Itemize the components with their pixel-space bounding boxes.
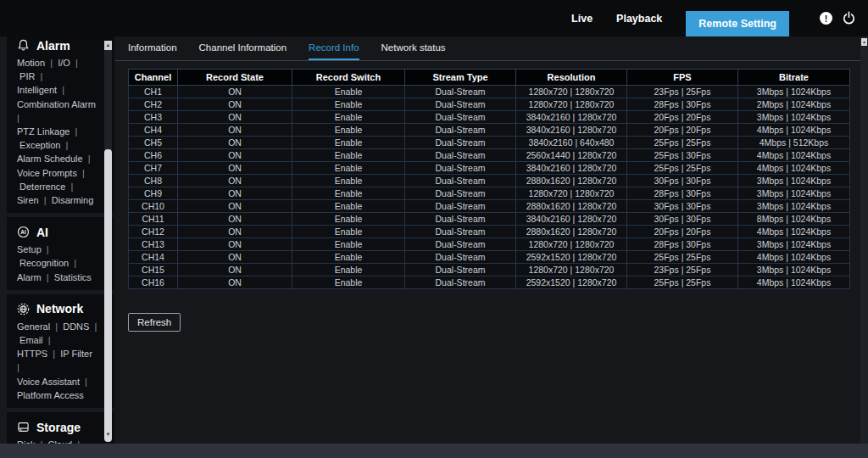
table-body: CH1ONEnableDual-Stream1280x720 | 1280x72… [129, 86, 850, 289]
refresh-button[interactable]: Refresh [128, 313, 181, 332]
sidebar-item-deterrence[interactable]: Deterrence [19, 182, 65, 192]
bitrate-cell: 3Mbps | 1024Kbps [738, 238, 850, 251]
section-title: Alarm [36, 39, 70, 53]
fps-cell: 28Fps | 30Fps [627, 187, 738, 200]
sidebar-item-email[interactable]: Email [19, 335, 43, 345]
network-icon [17, 303, 30, 316]
sidebar-item-voice-assistant[interactable]: Voice Assistant [17, 377, 80, 387]
scroll-up-icon[interactable]: ▲ [104, 41, 112, 50]
main-scrollbar[interactable]: ▲ [860, 36, 868, 444]
sidebar-item-voice-prompts[interactable]: Voice Prompts [17, 168, 77, 178]
fps-cell: 20Fps | 20Fps [627, 226, 738, 238]
bitrate-cell: 3Mbps | 1024Kbps [738, 111, 850, 124]
sidebar-item-alarm[interactable]: Alarm [17, 272, 42, 282]
sidebar-item-ip-filter[interactable]: IP Filter [60, 349, 92, 359]
table-row: CH6ONEnableDual-Stream2560x1440 | 1280x7… [129, 149, 850, 162]
sidebar-item-https[interactable]: HTTPS [17, 349, 47, 359]
record-switch-cell: Enable [292, 162, 405, 175]
topbar-icons: ! [820, 0, 868, 36]
separator: | [80, 377, 87, 387]
fps-cell: 25Fps | 25Fps [627, 137, 738, 149]
sidebar-item-ddns[interactable]: DDNS [63, 321, 89, 332]
record-switch-cell: Enable [292, 86, 405, 98]
sidebar-scrollbar-thumb[interactable] [104, 149, 112, 442]
record-state-cell: ON [178, 175, 292, 187]
stream-type-cell: Dual-Stream [405, 187, 516, 200]
sidebar-item-platform-access[interactable]: Platform Access [17, 390, 84, 400]
fps-cell: 25Fps | 25Fps [627, 251, 738, 264]
storage-icon [17, 421, 30, 433]
bitrate-cell: 4Mbps | 1024Kbps [738, 162, 850, 175]
power-icon[interactable] [842, 11, 856, 25]
section-header-alarm: Alarm [17, 38, 105, 53]
separator: | [50, 321, 63, 332]
record-switch-cell: Enable [292, 137, 405, 149]
nav-playback[interactable]: Playback [616, 13, 662, 25]
section-header-network: Network [17, 302, 105, 316]
sidebar-item-alarm-schedule[interactable]: Alarm Schedule [17, 154, 83, 164]
table-row: CH11ONEnableDual-Stream3840x2160 | 1280x… [129, 213, 850, 226]
alert-icon[interactable]: ! [820, 12, 832, 25]
stream-type-cell: Dual-Stream [405, 86, 516, 98]
scroll-up-icon[interactable]: ▲ [861, 38, 867, 46]
section-links: Setup | Recognition |Alarm | Statistics [17, 243, 105, 284]
column-header-record-state: Record State [178, 70, 292, 86]
record-switch-cell: Enable [292, 238, 405, 251]
sidebar-item-motion[interactable]: Motion [17, 58, 45, 68]
sidebar-item-ptz-linkage[interactable]: PTZ Linkage [17, 126, 70, 137]
channel-cell: CH2 [129, 98, 178, 111]
sidebar-item-i-o[interactable]: I/O [58, 58, 70, 68]
record-switch-cell: Enable [292, 213, 405, 226]
record-switch-cell: Enable [292, 226, 405, 238]
sidebar-item-pir[interactable]: PIR [19, 71, 35, 81]
table-row: CH3ONEnableDual-Stream3840x2160 | 1280x7… [129, 111, 850, 124]
resolution-cell: 1280x720 | 1280x720 [516, 98, 627, 111]
scroll-down-icon[interactable]: ▼ [104, 430, 112, 438]
bitrate-cell: 3Mbps | 1024Kbps [738, 200, 850, 213]
stream-type-cell: Dual-Stream [405, 200, 516, 213]
record-state-cell: ON [178, 187, 292, 200]
sidebar-scrollbar[interactable]: ▲ ▼ [104, 41, 112, 439]
tab-channel-information[interactable]: Channel Information [199, 36, 287, 60]
record-switch-cell: Enable [292, 187, 405, 200]
nav-live[interactable]: Live [571, 13, 593, 25]
record-state-cell: ON [178, 200, 292, 213]
sidebar-item-combination-alarm[interactable]: Combination Alarm [17, 99, 96, 109]
window-bottom-edge [0, 444, 868, 458]
tab-record-info[interactable]: Record Info [309, 36, 359, 60]
sidebar-item-setup[interactable]: Setup [17, 244, 42, 254]
section-title: Storage [36, 421, 81, 434]
sidebar-section-ai: AIAISetup | Recognition |Alarm | Statist… [7, 217, 114, 290]
table-header-row: ChannelRecord StateRecord SwitchStream T… [129, 70, 850, 86]
column-header-fps: FPS [627, 70, 738, 86]
fps-cell: 30Fps | 30Fps [627, 213, 738, 226]
stream-type-cell: Dual-Stream [405, 162, 516, 175]
bitrate-cell: 4Mbps | 1024Kbps [738, 149, 850, 162]
stream-type-cell: Dual-Stream [405, 124, 516, 137]
resolution-cell: 3840x2160 | 1280x720 [516, 213, 627, 226]
sidebar-sections: AlarmMotion | I/O | PIR |Intelligent |Co… [7, 36, 114, 444]
tab-network-status[interactable]: Network status [381, 36, 446, 60]
record-state-cell: ON [178, 213, 292, 226]
resolution-cell: 3840x2160 | 1280x720 [516, 111, 627, 124]
stream-type-cell: Dual-Stream [405, 137, 516, 149]
tab-information[interactable]: Information [128, 36, 177, 60]
sidebar-item-intelligent[interactable]: Intelligent [17, 85, 57, 95]
separator: | [35, 71, 42, 81]
section-links: Motion | I/O | PIR |Intelligent |Combina… [17, 56, 105, 207]
sidebar-item-siren[interactable]: Siren [17, 195, 39, 205]
sidebar-item-statistics[interactable]: Statistics [54, 272, 92, 282]
sidebar-item-general[interactable]: General [17, 321, 50, 332]
sidebar-item-disarming[interactable]: Disarming [52, 195, 94, 205]
resolution-cell: 3840x2160 | 640x480 [516, 137, 627, 149]
main-content: InformationChannel InformationRecord Inf… [115, 36, 868, 444]
fps-cell: 30Fps | 30Fps [627, 175, 738, 187]
table-row: CH12ONEnableDual-Stream2880x1620 | 1280x… [129, 226, 850, 238]
fps-cell: 23Fps | 25Fps [627, 86, 738, 98]
sidebar-item-exception[interactable]: Exception [19, 140, 60, 150]
section-title: Network [36, 302, 83, 316]
record-switch-cell: Enable [292, 124, 405, 137]
nav-remote-setting[interactable]: Remote Setting [686, 11, 789, 36]
sidebar-item-recognition[interactable]: Recognition [19, 258, 69, 268]
channel-cell: CH16 [129, 276, 178, 289]
